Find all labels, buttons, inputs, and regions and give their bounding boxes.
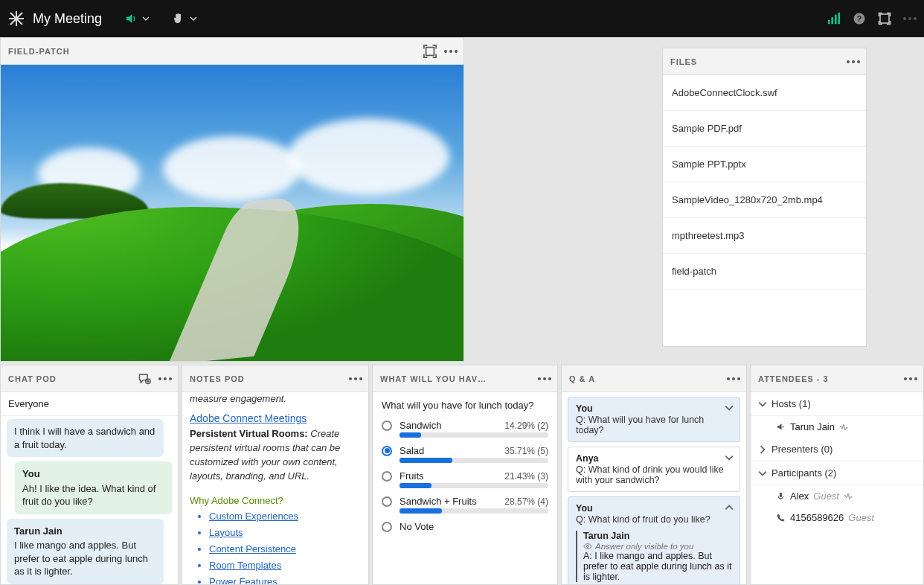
poll-option[interactable]: Fruits21.43% (3) <box>382 470 548 482</box>
pod-options-icon[interactable] <box>904 377 917 380</box>
qa-answer: Tarun JainAnswer only visible to youA: I… <box>576 531 732 582</box>
poll-option[interactable]: Salad35.71% (5) <box>382 445 548 456</box>
file-row[interactable]: AdobeConnectClock.swf <box>663 75 866 111</box>
radio-icon <box>382 421 392 431</box>
file-row[interactable]: field-patch <box>663 254 866 290</box>
raise-hand-menu[interactable] <box>172 12 197 25</box>
attendee-name: Alex <box>790 490 809 502</box>
meeting-title: My Meeting <box>33 11 102 27</box>
pod-options-icon[interactable] <box>158 377 172 380</box>
poll-option-label: Sandwich <box>400 420 497 431</box>
poll-option[interactable]: No Vote <box>382 521 548 532</box>
qa-author: You <box>576 403 732 414</box>
connection-icon[interactable] <box>827 12 841 25</box>
chevron-down-icon <box>190 15 197 22</box>
chat-pod: CHAT POD Everyone I think I will have a … <box>0 365 179 585</box>
svg-rect-2 <box>835 15 837 25</box>
radio-icon <box>382 522 392 532</box>
notes-bullet-link[interactable]: Power Features <box>209 576 277 584</box>
phone-icon <box>776 513 786 522</box>
share-pod-title: FIELD-PATCH <box>8 47 423 56</box>
pod-options-icon[interactable] <box>444 50 458 53</box>
pod-options-icon[interactable] <box>349 377 362 380</box>
pod-options-icon[interactable] <box>847 60 860 63</box>
notes-bullet-link[interactable]: Layouts <box>209 527 243 538</box>
poll-bar <box>400 432 548 438</box>
fullscreen-icon[interactable] <box>878 12 891 25</box>
pod-options-icon[interactable] <box>538 377 551 380</box>
notes-heading-link[interactable]: Adobe Connect Meetings <box>190 411 361 426</box>
qa-card[interactable]: AnyaQ: What kind of drink you would like… <box>568 447 740 492</box>
file-row[interactable]: SampleVideo_1280x720_2mb.mp4 <box>663 182 866 218</box>
qa-visibility: Answer only visible to you <box>583 542 732 551</box>
attendees-pod: ATTENDEES - 3 Hosts (1)Tarun JainPresent… <box>750 365 924 585</box>
notes-pod-title: NOTES POD <box>190 374 349 383</box>
radio-icon <box>382 496 392 507</box>
qa-answer-text: A: I like mango and apples. But prefer t… <box>583 551 732 582</box>
qa-card[interactable]: YouQ: What kind of fruit do you like?Tar… <box>568 496 740 584</box>
chat-message: YouAh! I like the idea. What kind of fru… <box>15 461 172 514</box>
chat-text: Ah! I like the idea. What kind of fruit … <box>22 482 164 508</box>
notes-pod: NOTES POD measure engagement. Adobe Conn… <box>182 365 369 585</box>
attendee-name: 4156589626 <box>790 512 844 523</box>
qa-pod: Q & A YouQ: What will you have for lunch… <box>561 365 747 585</box>
speaker-icon <box>124 12 138 25</box>
files-pod-title: FILES <box>670 57 847 66</box>
help-icon[interactable]: ? <box>853 12 866 25</box>
attendee-row[interactable]: 4156589626 Guest <box>751 507 923 528</box>
poll-option-pct: 35.71% (5) <box>504 446 548 456</box>
svg-rect-6 <box>880 14 889 23</box>
share-content <box>1 65 463 361</box>
poll-option[interactable]: Sandwich + Fruits28.57% (4) <box>382 496 548 507</box>
poll-option-pct: 28.57% (4) <box>504 496 548 507</box>
attendee-name: Tarun Jain <box>790 421 835 432</box>
notes-bullet-link[interactable]: Content Persistence <box>209 543 296 554</box>
svg-point-9 <box>587 546 589 548</box>
chevron-down-icon <box>758 469 767 478</box>
notes-bullet-link[interactable]: Room Templates <box>209 560 281 571</box>
attendee-row[interactable]: Alex Guest <box>751 485 923 507</box>
poll-option[interactable]: Sandwich14.29% (2) <box>382 420 548 431</box>
chat-text: I think I will have a sandwich and a fru… <box>14 425 156 451</box>
attendee-section-label: Hosts (1) <box>771 398 811 409</box>
qa-pod-title: Q & A <box>569 374 727 383</box>
attendees-pod-title: ATTENDEES - 3 <box>758 374 904 383</box>
notes-bullet-link[interactable]: Custom Experiences <box>209 511 298 522</box>
chevron-down-icon[interactable] <box>725 453 734 462</box>
file-row[interactable]: Sample PDF.pdf <box>663 111 866 147</box>
chat-tab-everyone[interactable]: Everyone <box>1 392 178 416</box>
attendee-section-label: Participants (2) <box>771 467 836 479</box>
attendee-section-header[interactable]: Hosts (1) <box>751 392 923 416</box>
notes-pvr-label: Persistent Virtual Rooms: <box>190 428 308 439</box>
chevron-up-icon[interactable] <box>725 503 734 512</box>
chevron-right-icon <box>758 445 767 454</box>
chat-add-icon[interactable] <box>138 372 151 386</box>
audio-menu[interactable] <box>124 12 150 25</box>
fullscreen-icon[interactable] <box>423 45 437 58</box>
qa-card[interactable]: YouQ: What will you have for lunch today… <box>568 397 740 442</box>
attendee-section-header[interactable]: Participants (2) <box>751 461 923 485</box>
attendee-section-header[interactable]: Presenters (0) <box>751 438 923 461</box>
attendee-row[interactable]: Tarun Jain <box>751 416 923 438</box>
file-row[interactable]: Sample PPT.pptx <box>663 147 866 182</box>
chat-author: Tarun Jain <box>14 525 156 538</box>
top-bar: My Meeting ? <box>0 0 924 37</box>
pod-options-icon[interactable] <box>727 377 740 380</box>
chat-author: You <box>22 467 164 481</box>
chevron-down-icon[interactable] <box>725 403 734 412</box>
speaker-icon <box>776 422 786 432</box>
poll-option-label: Salad <box>400 445 497 456</box>
guest-label: Guest <box>848 512 874 523</box>
radio-icon <box>382 471 392 482</box>
notes-content[interactable]: measure engagement. Adobe Connect Meetin… <box>182 392 368 584</box>
file-row[interactable]: mpthreetest.mp3 <box>663 218 866 254</box>
qa-answer-author: Tarun Jain <box>583 531 732 541</box>
more-icon[interactable] <box>903 17 917 20</box>
qa-author: Anya <box>576 453 732 464</box>
qa-question: Q: What kind of fruit do you like? <box>576 514 732 525</box>
notes-line: measure engagement. <box>190 393 286 404</box>
chevron-down-icon <box>758 400 767 409</box>
poll-question: What will you have for lunch today? <box>373 392 557 415</box>
poll-option-label: Sandwich + Fruits <box>400 496 497 507</box>
poll-bar <box>400 508 548 514</box>
